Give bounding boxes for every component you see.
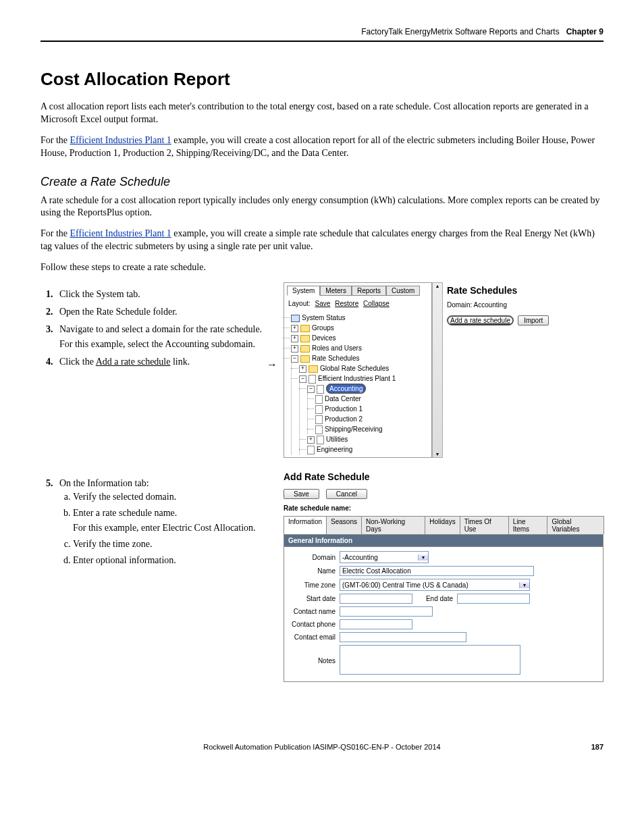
link-efficient-industries-1[interactable]: Efficient Industries Plant 1	[70, 135, 171, 145]
domain-select[interactable]: -Accounting ▾	[340, 551, 429, 563]
doc-icon	[307, 446, 315, 454]
domain-field-label: Domain	[288, 554, 340, 561]
scroll-down-icon[interactable]: ▾	[436, 451, 439, 457]
tab-global-variables[interactable]: Global Variables	[547, 516, 604, 534]
tab-reports[interactable]: Reports	[352, 286, 386, 296]
tree-accounting[interactable]: −Accounting	[307, 384, 429, 394]
folder-icon	[308, 365, 318, 373]
expand-icon[interactable]: +	[291, 325, 298, 332]
collapse-icon[interactable]: −	[307, 386, 315, 393]
step-4: Click the Add a rate schedule link.	[55, 357, 270, 367]
contact-phone-input[interactable]	[340, 619, 412, 629]
step-5a: Verify the selected domain.	[73, 492, 270, 502]
end-date-input[interactable]	[457, 594, 530, 604]
paragraph-follow-steps: Follow these steps to create a rate sche…	[41, 261, 603, 274]
contact-email-label: Contact email	[288, 633, 340, 641]
steps-list-continued: On the Information tab: Verify the selec…	[55, 478, 270, 566]
folder-icon	[300, 355, 310, 363]
layout-restore-link[interactable]: Restore	[335, 300, 358, 307]
tree-groups[interactable]: +Groups	[291, 323, 429, 333]
scroll-up-icon[interactable]: ▴	[436, 283, 439, 289]
folder-icon	[300, 345, 310, 353]
tree-utilities[interactable]: +Utilities	[307, 434, 429, 444]
expand-icon[interactable]: +	[299, 365, 306, 373]
step-5: On the Information tab: Verify the selec…	[55, 478, 270, 566]
folder-icon	[300, 335, 310, 342]
footer-page-number: 187	[591, 743, 603, 751]
cancel-button[interactable]: Cancel	[326, 489, 367, 499]
tab-meters[interactable]: Meters	[320, 286, 352, 296]
computer-icon	[291, 315, 300, 322]
intro-paragraph-2: For the Efficient Industries Plant 1 exa…	[41, 134, 603, 160]
rate-schedule-name-label: Rate schedule name:	[284, 504, 603, 512]
tab-times-of-use[interactable]: Times Of Use	[460, 516, 509, 534]
name-input[interactable]	[340, 566, 534, 576]
step-3: Navigate to and select a domain for the …	[55, 324, 270, 350]
chevron-down-icon: ▾	[519, 582, 529, 588]
layout-collapse-link[interactable]: Collapse	[363, 300, 390, 307]
tab-non-working-days[interactable]: Non-Working Days	[361, 516, 425, 534]
expand-icon[interactable]: +	[291, 345, 298, 353]
tree-global-rate[interactable]: +Global Rate Schedules	[299, 363, 429, 373]
header-chapter: Chapter 9	[566, 27, 603, 36]
header-running-text: FactoryTalk EnergyMetrix Software Report…	[361, 27, 559, 36]
tree-roles[interactable]: +Roles and Users	[291, 343, 429, 353]
tree-production-1[interactable]: Production 1	[315, 404, 429, 414]
footer-publication: Rockwell Automation Publication IASIMP-Q…	[203, 743, 440, 751]
rate-schedules-heading: Rate Schedules	[447, 285, 599, 296]
tree-data-center[interactable]: Data Center	[315, 394, 429, 404]
doc-icon	[308, 375, 316, 384]
contact-email-input[interactable]	[340, 632, 466, 642]
name-field-label: Name	[288, 567, 340, 575]
tab-information[interactable]: Information	[284, 516, 327, 534]
tree-engineering[interactable]: Engineering	[307, 444, 429, 454]
screenshot-add-rate-schedule: Add Rate Schedule Save Cancel Rate sched…	[284, 471, 603, 682]
scrollbar[interactable]: ▴ ▾	[432, 282, 443, 458]
screenshot-tree-panel: → System Meters Reports Custom Layout: S…	[284, 282, 603, 458]
form-tabs: Information Seasons Non-Working Days Hol…	[284, 516, 603, 534]
tab-custom[interactable]: Custom	[386, 286, 420, 296]
chevron-down-icon: ▾	[418, 554, 428, 561]
doc-icon	[315, 395, 323, 404]
doc-icon	[317, 385, 324, 394]
timezone-field-label: Time zone	[288, 581, 340, 589]
tab-holidays[interactable]: Holidays	[425, 516, 460, 534]
arrow-pointer-icon: →	[267, 359, 277, 371]
notes-textarea[interactable]	[340, 645, 520, 675]
save-button[interactable]: Save	[284, 489, 319, 499]
add-rate-schedule-heading: Add Rate Schedule	[284, 471, 603, 482]
expand-icon[interactable]: +	[291, 335, 298, 342]
step-5d: Enter optional information.	[73, 555, 270, 566]
tree-rate-schedules[interactable]: −Rate Schedules	[291, 353, 429, 363]
doc-icon	[315, 425, 323, 434]
layout-save-link[interactable]: Save	[315, 300, 331, 307]
tab-seasons[interactable]: Seasons	[326, 516, 362, 534]
import-button[interactable]: Import	[518, 315, 549, 325]
doc-icon	[315, 415, 323, 424]
tree-production-2[interactable]: Production 2	[315, 414, 429, 424]
intro-paragraph-1: A cost allocation report lists each mete…	[41, 101, 603, 126]
page-footer: Rockwell Automation Publication IASIMP-Q…	[41, 743, 603, 751]
tab-system[interactable]: System	[287, 286, 320, 296]
start-date-input[interactable]	[340, 594, 412, 604]
step-5c: Verify the time zone.	[73, 539, 270, 550]
expand-icon[interactable]: +	[307, 436, 315, 444]
general-information-bar: General Information	[284, 534, 603, 547]
tree-shipping[interactable]: Shipping/Receiving	[315, 424, 429, 434]
end-date-label: End date	[412, 595, 457, 602]
subheading-create-rate-schedule: Create a Rate Schedule	[41, 175, 603, 189]
tree-system-status[interactable]: System Status	[291, 313, 429, 323]
add-rate-schedule-link[interactable]: Add a rate schedule	[447, 315, 514, 325]
domain-label: Domain: Accounting	[447, 301, 599, 309]
collapse-icon[interactable]: −	[299, 375, 306, 383]
tree-plant[interactable]: −Efficient Industries Plant 1	[299, 373, 429, 384]
tab-line-items[interactable]: Line Items	[508, 516, 548, 534]
collapse-icon[interactable]: −	[291, 355, 298, 363]
contact-name-input[interactable]	[340, 606, 433, 617]
folder-icon	[300, 325, 310, 332]
step-5b-note: For this example, enter Electric Cost Al…	[73, 523, 270, 533]
timezone-select[interactable]: (GMT-06:00) Central Time (US & Canada) ▾	[340, 579, 530, 591]
steps-list: Click the System tab. Open the Rate Sche…	[55, 289, 270, 367]
link-efficient-industries-2[interactable]: Efficient Industries Plant 1	[70, 228, 171, 238]
tree-devices[interactable]: +Devices	[291, 333, 429, 343]
